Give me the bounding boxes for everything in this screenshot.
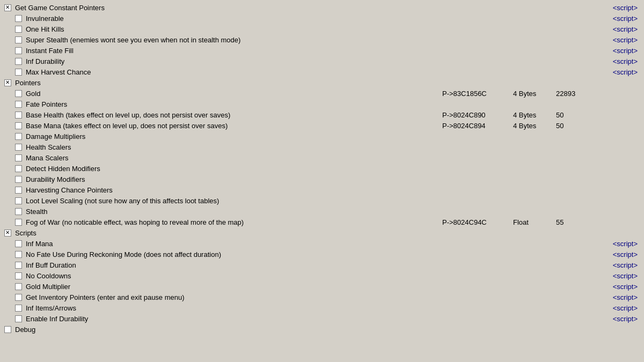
checkbox-instant-fate-fill[interactable] <box>15 47 22 54</box>
label-instant-fate-fill: Instant Fate Fill <box>24 47 438 55</box>
checkbox-inf-items-arrows[interactable] <box>15 305 22 312</box>
label-no-fate-use: No Fate Use During Reckoning Mode (does … <box>24 250 438 258</box>
checkbox-cell <box>13 294 24 301</box>
script-get-game-constant-pointers[interactable]: <script> <box>599 4 642 12</box>
checkbox-cell <box>13 219 24 226</box>
script-one-hit-kills[interactable]: <script> <box>599 25 642 33</box>
checkbox-mana-scalers[interactable] <box>15 154 22 161</box>
checkbox-get-inventory-pointers[interactable] <box>15 294 22 301</box>
script-get-inventory-pointers[interactable]: <script> <box>599 293 642 301</box>
label-harvesting-chance-pointers: Harvesting Chance Pointers <box>24 186 438 194</box>
checkbox-inf-durability[interactable] <box>15 58 22 65</box>
row-get-inventory-pointers: Get Inventory Pointers (enter and exit p… <box>2 292 642 302</box>
script-instant-fate-fill[interactable]: <script> <box>599 47 642 55</box>
checkbox-base-health[interactable] <box>15 112 22 119</box>
script-no-fate-use[interactable]: <script> <box>599 250 642 258</box>
checkbox-inf-mana[interactable] <box>15 240 22 247</box>
checkbox-detect-hidden-modifiers[interactable] <box>15 165 22 172</box>
script-gold-multiplier[interactable]: <script> <box>599 283 642 291</box>
row-gold: GoldP->83C1856C4 Bytes22893 <box>2 88 642 99</box>
row-super-stealth: Super Stealth (enemies wont see you even… <box>2 34 642 45</box>
checkbox-cell <box>13 176 24 183</box>
checkbox-cell <box>13 101 24 108</box>
checkbox-cell <box>13 90 24 97</box>
checkbox-cell <box>13 144 24 151</box>
row-instant-fate-fill: Instant Fate Fill<script> <box>2 45 642 56</box>
address-gold: P->83C1856C <box>438 90 513 98</box>
label-inf-buff-duration: Inf Buff Duration <box>24 261 438 269</box>
checkbox-debug[interactable] <box>4 326 11 333</box>
checkbox-enable-inf-durability[interactable] <box>15 315 22 322</box>
row-durability-modifiers: Durability Modifiers <box>2 174 642 184</box>
label-inf-durability: Inf Durability <box>24 57 438 65</box>
checkbox-fate-pointers[interactable] <box>15 101 22 108</box>
script-inf-buff-duration[interactable]: <script> <box>599 261 642 269</box>
label-loot-level-scaling: Loot Level Scaling (not sure how any of … <box>24 197 438 205</box>
checkbox-gold-multiplier[interactable] <box>15 283 22 290</box>
row-fate-pointers: Fate Pointers <box>2 99 642 109</box>
checkbox-durability-modifiers[interactable] <box>15 176 22 183</box>
value-base-health[interactable]: 50 <box>556 111 599 119</box>
checkbox-base-mana[interactable] <box>15 122 22 129</box>
checkbox-pointers[interactable] <box>4 79 11 86</box>
type-gold: 4 Bytes <box>513 90 556 98</box>
row-invulnerable: Invulnerable<script> <box>2 13 642 24</box>
checkbox-cell <box>2 4 13 11</box>
checkbox-max-harvest-chance[interactable] <box>15 69 22 76</box>
label-inf-items-arrows: Inf Items/Arrows <box>24 304 438 312</box>
script-no-cooldowns[interactable]: <script> <box>599 272 642 280</box>
checkbox-cell <box>2 230 13 237</box>
row-get-game-constant-pointers: Get Game Constant Pointers<script> <box>2 2 642 13</box>
script-inf-mana[interactable]: <script> <box>599 240 642 248</box>
value-base-mana[interactable]: 50 <box>556 122 599 130</box>
checkbox-damage-multipliers[interactable] <box>15 133 22 140</box>
label-pointers: Pointers <box>13 79 438 87</box>
checkbox-scripts[interactable] <box>4 230 11 237</box>
cheat-table: Get Game Constant Pointers<script>Invuln… <box>0 0 644 337</box>
checkbox-stealth[interactable] <box>15 208 22 215</box>
checkbox-gold[interactable] <box>15 90 22 97</box>
checkbox-no-cooldowns[interactable] <box>15 272 22 279</box>
label-one-hit-kills: One Hit Kills <box>24 25 438 33</box>
checkbox-cell <box>13 187 24 194</box>
label-max-harvest-chance: Max Harvest Chance <box>24 68 438 76</box>
label-base-mana: Base Mana (takes effect on level up, doe… <box>24 122 438 130</box>
checkbox-cell <box>13 122 24 129</box>
label-invulnerable: Invulnerable <box>24 14 438 23</box>
script-max-harvest-chance[interactable]: <script> <box>599 68 642 76</box>
script-invulnerable[interactable]: <script> <box>599 14 642 23</box>
type-base-health: 4 Bytes <box>513 111 556 119</box>
checkbox-cell <box>13 262 24 269</box>
script-enable-inf-durability[interactable]: <script> <box>599 315 642 323</box>
label-durability-modifiers: Durability Modifiers <box>24 175 438 183</box>
row-no-fate-use: No Fate Use During Reckoning Mode (does … <box>2 249 642 260</box>
checkbox-cell <box>13 208 24 215</box>
script-inf-items-arrows[interactable]: <script> <box>599 304 642 312</box>
value-gold[interactable]: 22893 <box>556 90 599 98</box>
row-one-hit-kills: One Hit Kills<script> <box>2 24 642 34</box>
script-inf-durability[interactable]: <script> <box>599 57 642 65</box>
row-damage-multipliers: Damage Multipliers <box>2 131 642 142</box>
checkbox-get-game-constant-pointers[interactable] <box>4 4 11 11</box>
address-base-mana: P->8024C894 <box>438 122 513 130</box>
checkbox-harvesting-chance-pointers[interactable] <box>15 187 22 194</box>
checkbox-one-hit-kills[interactable] <box>15 26 22 33</box>
label-fate-pointers: Fate Pointers <box>24 100 438 108</box>
checkbox-fog-of-war[interactable] <box>15 219 22 226</box>
value-fog-of-war[interactable]: 55 <box>556 218 599 226</box>
row-harvesting-chance-pointers: Harvesting Chance Pointers <box>2 184 642 195</box>
row-pointers: Pointers <box>2 77 642 88</box>
address-base-health: P->8024C890 <box>438 111 513 119</box>
checkbox-invulnerable[interactable] <box>15 15 22 22</box>
label-scripts: Scripts <box>13 229 438 237</box>
checkbox-inf-buff-duration[interactable] <box>15 262 22 269</box>
checkbox-loot-level-scaling[interactable] <box>15 197 22 204</box>
checkbox-cell <box>13 251 24 258</box>
checkbox-no-fate-use[interactable] <box>15 251 22 258</box>
script-super-stealth[interactable]: <script> <box>599 36 642 44</box>
checkbox-health-scalers[interactable] <box>15 144 22 151</box>
row-inf-items-arrows: Inf Items/Arrows<script> <box>2 302 642 313</box>
checkbox-super-stealth[interactable] <box>15 36 22 43</box>
checkbox-cell <box>2 326 13 333</box>
checkbox-cell <box>13 26 24 33</box>
